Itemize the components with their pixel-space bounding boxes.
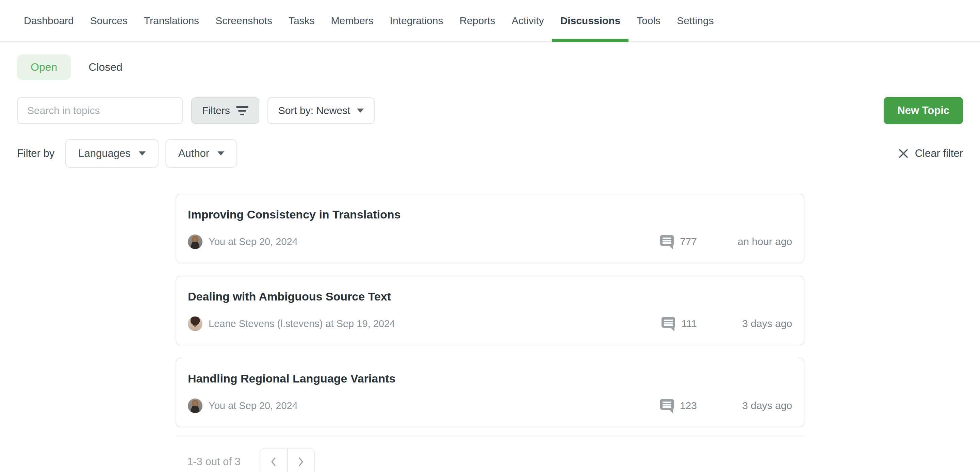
chevron-down-icon	[357, 108, 364, 113]
nav-item-screenshots[interactable]: Screenshots	[207, 0, 280, 41]
comment-bubble-icon	[659, 234, 675, 250]
next-page-button[interactable]	[287, 448, 314, 472]
tab-open[interactable]: Open	[17, 54, 71, 80]
languages-dropdown[interactable]: Languages	[65, 139, 158, 168]
filter-by-label: Filter by	[17, 147, 54, 160]
author-dropdown[interactable]: Author	[165, 139, 237, 168]
sort-by-dropdown[interactable]: Sort by: Newest	[267, 97, 375, 124]
pager-buttons	[259, 448, 315, 472]
comment-counter: 123	[659, 397, 697, 414]
status-tabs: Open Closed	[17, 54, 963, 80]
clear-filter-label: Clear filter	[915, 147, 963, 160]
comment-bubble-icon	[659, 397, 675, 414]
topic-timestamp: 3 days ago	[711, 400, 792, 412]
topic-list: Improving Consistency in Translations Yo…	[176, 194, 804, 472]
filters-button[interactable]: Filters	[191, 97, 259, 124]
comment-counter: 111	[661, 315, 697, 332]
chevron-down-icon	[218, 151, 224, 156]
list-divider	[176, 435, 804, 436]
topic-author-date: You at Sep 20, 2024	[208, 236, 298, 247]
toolbar: Filters Sort by: Newest New Topic	[17, 97, 963, 124]
author-dropdown-label: Author	[178, 147, 209, 160]
topic-stats: 111 3 days ago	[661, 315, 792, 332]
comment-counter: 777	[659, 234, 697, 250]
topic-stats: 777 an hour ago	[659, 234, 792, 250]
nav-item-settings[interactable]: Settings	[669, 0, 722, 41]
chevron-left-icon	[269, 457, 278, 467]
languages-dropdown-label: Languages	[78, 147, 130, 160]
nav-item-tools[interactable]: Tools	[628, 0, 669, 41]
clear-filter-button[interactable]: Clear filter	[898, 147, 963, 160]
nav-item-reports[interactable]: Reports	[451, 0, 503, 41]
nav-item-tasks[interactable]: Tasks	[280, 0, 323, 41]
topic-title[interactable]: Improving Consistency in Translations	[188, 208, 792, 221]
sort-by-label: Sort by: Newest	[278, 105, 350, 116]
nav-item-members[interactable]: Members	[323, 0, 382, 41]
comment-bubble-icon	[661, 315, 676, 332]
pagination-summary: 1-3 out of 3	[187, 456, 240, 468]
topic-author-date: You at Sep 20, 2024	[208, 400, 298, 412]
topic-card[interactable]: Handling Regional Language Variants You …	[176, 358, 804, 428]
nav-item-activity[interactable]: Activity	[503, 0, 552, 41]
filter-bar: Filter by Languages Author Clear filter	[17, 139, 963, 168]
nav-item-discussions[interactable]: Discussions	[552, 0, 628, 41]
filters-button-label: Filters	[202, 105, 230, 116]
tab-closed[interactable]: Closed	[89, 61, 123, 73]
nav-item-translations[interactable]: Translations	[136, 0, 207, 41]
nav-item-dashboard[interactable]: Dashboard	[16, 0, 82, 41]
chevron-right-icon	[297, 457, 305, 467]
nav-item-integrations[interactable]: Integrations	[382, 0, 452, 41]
topic-stats: 123 3 days ago	[659, 397, 792, 414]
close-icon	[898, 148, 909, 159]
topic-meta-row: You at Sep 20, 2024 123 3 days ago	[188, 397, 792, 414]
topic-card[interactable]: Dealing with Ambiguous Source Text Leane…	[176, 276, 804, 345]
nav-item-sources[interactable]: Sources	[82, 0, 136, 41]
pagination: 1-3 out of 3	[176, 448, 804, 472]
avatar-you	[188, 399, 202, 413]
comment-count: 111	[681, 318, 697, 329]
topic-card[interactable]: Improving Consistency in Translations Yo…	[176, 194, 804, 264]
topic-author-date: Leane Stevens (l.stevens) at Sep 19, 202…	[208, 318, 395, 329]
filter-lines-icon	[236, 106, 248, 115]
comment-count: 777	[680, 236, 697, 247]
avatar-leane-stevens	[188, 316, 202, 331]
topic-title[interactable]: Dealing with Ambiguous Source Text	[188, 290, 792, 303]
comment-count: 123	[680, 400, 697, 412]
topic-meta-row: Leane Stevens (l.stevens) at Sep 19, 202…	[188, 315, 792, 332]
chevron-down-icon	[139, 151, 146, 156]
search-input[interactable]	[17, 97, 183, 124]
topic-timestamp: an hour ago	[711, 236, 792, 247]
topic-title[interactable]: Handling Regional Language Variants	[188, 372, 792, 385]
avatar-you	[188, 234, 202, 249]
new-topic-button[interactable]: New Topic	[884, 97, 963, 124]
topic-timestamp: 3 days ago	[711, 318, 792, 329]
top-navigation: Dashboard Sources Translations Screensho…	[0, 0, 980, 42]
previous-page-button[interactable]	[260, 448, 287, 472]
topic-meta-row: You at Sep 20, 2024 777 an hour ag	[188, 234, 792, 250]
